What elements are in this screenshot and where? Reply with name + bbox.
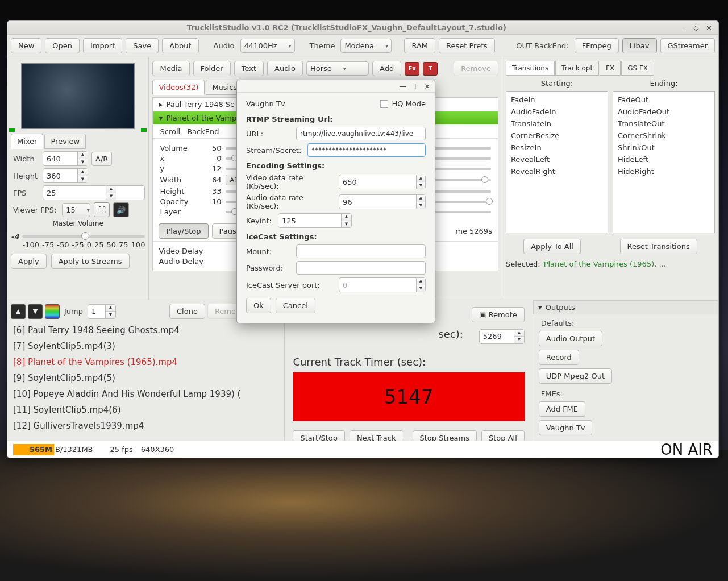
cancel-button[interactable]: Cancel [276, 298, 315, 313]
ram-button[interactable]: RAM [404, 38, 435, 53]
apply-all-button[interactable]: Apply To All [523, 239, 581, 254]
hq-checkbox[interactable] [380, 100, 388, 108]
open-button[interactable]: Open [45, 38, 80, 53]
horse-combo[interactable]: Horse [306, 61, 369, 76]
playlist-item[interactable]: [12] GulliversTravels1939.mp4 [11, 418, 281, 434]
clone-button[interactable]: Clone [169, 304, 205, 319]
secret-input[interactable] [307, 143, 426, 157]
dlg-close-icon[interactable]: × [424, 82, 430, 90]
height-spinner[interactable]: ▲▼ [43, 168, 88, 183]
list-item[interactable]: FadeIn [510, 94, 604, 106]
fps-spinner[interactable]: ▲▼ [43, 185, 145, 200]
move-down-icon[interactable]: ▼ [28, 304, 43, 319]
close-icon[interactable]: × [704, 23, 714, 32]
red-action-icon[interactable]: Fx [405, 62, 419, 76]
vaughn-tv-button[interactable]: Vaughn Tv [539, 420, 593, 435]
outputs-header[interactable]: ▼Outputs [533, 300, 718, 314]
folder-button[interactable]: Folder [193, 61, 231, 76]
playlist-item[interactable]: [10] Popeye Aladdin And His Wonderful La… [11, 386, 281, 402]
starting-listbox[interactable]: FadeInAudioFadeInTranslateInCornerResize… [506, 91, 608, 233]
ending-listbox[interactable]: FadeOutAudioFadeOutTranslateOutCornerShr… [613, 91, 715, 233]
list-item[interactable]: CornerResize [510, 130, 604, 142]
mount-input[interactable] [296, 244, 426, 258]
dlg-maximize-icon[interactable]: + [412, 82, 418, 90]
list-item[interactable]: RevealLeft [510, 153, 604, 165]
list-item[interactable]: TranslateIn [510, 118, 604, 130]
add-fme-button[interactable]: Add FME [539, 401, 585, 417]
tab-fx[interactable]: FX [600, 61, 621, 76]
arate-spinner[interactable]: ▲▼ [339, 194, 426, 209]
color-icon[interactable] [45, 304, 60, 319]
keyint-spinner[interactable]: ▲▼ [278, 213, 352, 228]
tab-preview[interactable]: Preview [44, 134, 86, 149]
red-text-icon[interactable]: T [423, 62, 438, 76]
list-item[interactable]: HideRight [617, 165, 711, 177]
list-item[interactable]: HideLeft [617, 153, 711, 165]
subtab-backend[interactable]: BackEnd [187, 127, 219, 136]
playstop-button[interactable]: Play/Stop [159, 223, 208, 239]
new-button[interactable]: New [11, 38, 41, 53]
jump-spinner[interactable]: ▲▼ [88, 304, 116, 319]
titlebar[interactable]: TrucklistStudio v1.0 RC2 (TrucklistStudi… [7, 21, 718, 35]
tab-track-opt[interactable]: Track opt [555, 61, 599, 76]
libav-button[interactable]: Libav [622, 38, 657, 53]
reset-transitions-button[interactable]: Reset Transitions [620, 239, 697, 254]
tab-gs-fx[interactable]: GS FX [621, 61, 654, 76]
list-item[interactable]: ResizeIn [510, 142, 604, 153]
playlist[interactable]: [6] Paul Terry 1948 Seeing Ghosts.mp4[7]… [11, 322, 281, 442]
about-button[interactable]: About [162, 38, 198, 53]
import-button[interactable]: Import [83, 38, 122, 53]
ffmpeg-button[interactable]: FFmpeg [575, 38, 619, 53]
remove-button[interactable]: Remove [454, 61, 498, 76]
list-item[interactable]: FadeOut [617, 94, 711, 106]
tab-videos[interactable]: Videos(32) [152, 80, 205, 95]
apply-button[interactable]: Apply [11, 254, 47, 269]
apply-streams-button[interactable]: Apply to Streams [51, 254, 130, 269]
password-input[interactable] [296, 261, 426, 275]
url-input[interactable] [296, 127, 426, 140]
width-spinner[interactable]: ▲▼ [43, 151, 88, 166]
audio-output-button[interactable]: Audio Output [539, 331, 602, 346]
text-button[interactable]: Text [234, 61, 264, 76]
dlg-minimize-icon[interactable]: — [399, 82, 406, 90]
udp-button[interactable]: UDP Mpeg2 Out [539, 368, 612, 384]
starting-label: Starting: [506, 79, 608, 88]
ar-button[interactable]: A/R [91, 152, 112, 166]
list-item[interactable]: TranslateOut [617, 118, 711, 130]
reset-prefs-button[interactable]: Reset Prefs [439, 38, 494, 53]
playlist-item[interactable]: [9] SoylentClip5.mp4(5) [11, 370, 281, 386]
media-button[interactable]: Media [152, 61, 189, 76]
list-item[interactable]: RevealRight [510, 165, 604, 177]
tab-mixer[interactable]: Mixer [11, 134, 43, 149]
playlist-item[interactable]: [6] Paul Terry 1948 Seeing Ghosts.mp4 [11, 322, 281, 338]
audio-button[interactable]: Audio [267, 61, 303, 76]
fullscreen-icon[interactable]: ⛶ [94, 202, 110, 217]
list-item[interactable]: ShrinkOut [617, 142, 711, 153]
ok-button[interactable]: Ok [246, 298, 271, 313]
record-button[interactable]: Record [539, 350, 579, 365]
subtab-scroll[interactable]: Scroll [160, 127, 180, 136]
tab-transitions[interactable]: Transitions [506, 61, 555, 76]
vrate-spinner[interactable]: ▲▼ [339, 175, 426, 189]
list-item[interactable]: AudioFadeOut [617, 106, 711, 118]
playlist-item[interactable]: [7] SoylentClip5.mp4(3) [11, 338, 281, 354]
main-toolbar: New Open Import Save About Audio 44100Hz… [7, 35, 718, 57]
list-item[interactable]: CornerShrink [617, 130, 711, 142]
audio-combo[interactable]: 44100Hz [240, 39, 295, 53]
port-spinner[interactable]: ▲▼ [339, 277, 426, 292]
master-volume-slider[interactable]: -100-75-50-250255075100 [22, 230, 145, 243]
add-button[interactable]: Add [372, 61, 401, 76]
playlist-item[interactable]: [11] SoylentClip5.mp4(6) [11, 402, 281, 418]
maximize-icon[interactable]: ◇ [692, 23, 701, 32]
list-item[interactable]: AudioFadeIn [510, 106, 604, 118]
playlist-item[interactable]: [8] Planet of the Vampires (1965).mp4 [11, 354, 281, 370]
remote-button[interactable]: ▣ Remote [472, 307, 525, 322]
gstreamer-button[interactable]: GStreamer [660, 38, 715, 53]
minimize-icon[interactable]: – [681, 23, 689, 32]
sec-spinner[interactable]: ▲▼ [479, 329, 525, 344]
speaker-icon[interactable]: 🔊 [113, 202, 129, 217]
move-up-icon[interactable]: ▲ [11, 304, 26, 319]
theme-combo[interactable]: Modena [340, 39, 392, 53]
save-button[interactable]: Save [126, 38, 159, 53]
viewer-fps-combo[interactable]: 15 [62, 203, 90, 217]
